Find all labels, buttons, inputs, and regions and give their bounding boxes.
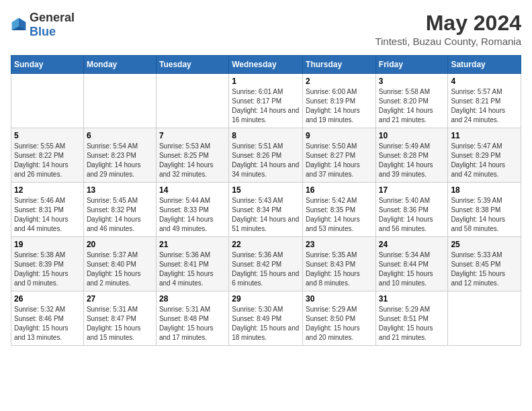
calendar-week-row: 12Sunrise: 5:46 AMSunset: 8:31 PMDayligh… xyxy=(11,183,521,237)
day-info: Sunrise: 5:38 AMSunset: 8:39 PMDaylight:… xyxy=(14,250,81,288)
day-info: Sunrise: 5:40 AMSunset: 8:36 PMDaylight:… xyxy=(379,196,445,234)
calendar-cell: 3Sunrise: 5:58 AMSunset: 8:20 PMDaylight… xyxy=(375,74,448,128)
day-info: Sunrise: 5:29 AMSunset: 8:50 PMDaylight:… xyxy=(306,305,373,342)
calendar-week-row: 19Sunrise: 5:38 AMSunset: 8:39 PMDayligh… xyxy=(11,237,521,291)
day-info: Sunrise: 5:49 AMSunset: 8:28 PMDaylight:… xyxy=(379,142,445,179)
day-number: 23 xyxy=(306,240,373,249)
day-number: 13 xyxy=(87,185,153,195)
calendar-cell xyxy=(83,74,156,128)
page-header: General Blue May 2024 Tintesti, Buzau Co… xyxy=(11,11,521,47)
calendar-cell: 27Sunrise: 5:31 AMSunset: 8:47 PMDayligh… xyxy=(83,291,156,346)
calendar-cell: 6Sunrise: 5:54 AMSunset: 8:23 PMDaylight… xyxy=(83,128,156,183)
day-info: Sunrise: 6:01 AMSunset: 8:17 PMDaylight:… xyxy=(232,87,300,125)
calendar-cell: 26Sunrise: 5:32 AMSunset: 8:46 PMDayligh… xyxy=(11,291,84,346)
calendar-cell: 7Sunrise: 5:53 AMSunset: 8:25 PMDaylight… xyxy=(156,128,228,183)
day-info: Sunrise: 5:36 AMSunset: 8:42 PMDaylight:… xyxy=(232,250,300,288)
calendar-cell: 12Sunrise: 5:46 AMSunset: 8:31 PMDayligh… xyxy=(11,183,84,237)
day-info: Sunrise: 5:51 AMSunset: 8:26 PMDaylight:… xyxy=(232,142,300,179)
day-info: Sunrise: 5:31 AMSunset: 8:47 PMDaylight:… xyxy=(87,305,153,342)
day-number: 3 xyxy=(379,77,445,86)
day-number: 14 xyxy=(159,185,226,195)
weekday-header-friday: Friday xyxy=(375,56,448,74)
calendar-cell: 24Sunrise: 5:34 AMSunset: 8:44 PMDayligh… xyxy=(375,237,448,291)
day-number: 30 xyxy=(306,294,373,304)
logo-blue: Blue xyxy=(30,25,56,38)
day-number: 1 xyxy=(232,77,300,86)
day-number: 2 xyxy=(306,77,373,86)
day-number: 9 xyxy=(306,131,373,140)
weekday-header-thursday: Thursday xyxy=(303,56,376,74)
day-info: Sunrise: 5:29 AMSunset: 8:51 PMDaylight:… xyxy=(379,305,445,342)
day-info: Sunrise: 5:55 AMSunset: 8:22 PMDaylight:… xyxy=(14,142,81,179)
day-number: 26 xyxy=(14,294,81,304)
day-number: 22 xyxy=(232,240,300,249)
calendar-cell xyxy=(448,291,521,346)
day-number: 8 xyxy=(232,131,300,140)
day-info: Sunrise: 5:34 AMSunset: 8:44 PMDaylight:… xyxy=(379,250,445,288)
calendar-cell: 5Sunrise: 5:55 AMSunset: 8:22 PMDaylight… xyxy=(11,128,84,183)
logo-general: General xyxy=(30,11,75,24)
calendar-cell: 19Sunrise: 5:38 AMSunset: 8:39 PMDayligh… xyxy=(11,237,84,291)
weekday-header-tuesday: Tuesday xyxy=(156,56,228,74)
day-info: Sunrise: 5:53 AMSunset: 8:25 PMDaylight:… xyxy=(159,142,226,179)
day-info: Sunrise: 5:30 AMSunset: 8:49 PMDaylight:… xyxy=(232,305,300,342)
calendar-cell: 31Sunrise: 5:29 AMSunset: 8:51 PMDayligh… xyxy=(375,291,448,346)
main-title: May 2024 xyxy=(375,11,521,36)
calendar-cell: 11Sunrise: 5:47 AMSunset: 8:29 PMDayligh… xyxy=(448,128,521,183)
day-number: 21 xyxy=(159,240,226,249)
calendar-cell: 15Sunrise: 5:43 AMSunset: 8:34 PMDayligh… xyxy=(229,183,303,237)
day-number: 24 xyxy=(379,240,445,249)
day-number: 12 xyxy=(14,185,81,195)
day-number: 11 xyxy=(451,131,518,140)
day-number: 19 xyxy=(14,240,81,249)
title-block: May 2024 Tintesti, Buzau County, Romania xyxy=(375,11,521,47)
calendar-cell xyxy=(156,74,228,128)
day-number: 20 xyxy=(87,240,153,249)
calendar-cell: 8Sunrise: 5:51 AMSunset: 8:26 PMDaylight… xyxy=(229,128,303,183)
logo-text: General Blue xyxy=(30,11,75,39)
calendar-cell: 4Sunrise: 5:57 AMSunset: 8:21 PMDaylight… xyxy=(448,74,521,128)
calendar-cell: 20Sunrise: 5:37 AMSunset: 8:40 PMDayligh… xyxy=(83,237,156,291)
day-number: 25 xyxy=(451,240,518,249)
day-info: Sunrise: 5:39 AMSunset: 8:38 PMDaylight:… xyxy=(451,196,518,234)
calendar-cell: 1Sunrise: 6:01 AMSunset: 8:17 PMDaylight… xyxy=(229,74,303,128)
weekday-header-wednesday: Wednesday xyxy=(229,56,303,74)
calendar-cell: 23Sunrise: 5:35 AMSunset: 8:43 PMDayligh… xyxy=(303,237,376,291)
weekday-header-sunday: Sunday xyxy=(11,56,84,74)
day-number: 10 xyxy=(379,131,445,140)
day-info: Sunrise: 5:58 AMSunset: 8:20 PMDaylight:… xyxy=(379,87,445,125)
calendar-cell: 21Sunrise: 5:36 AMSunset: 8:41 PMDayligh… xyxy=(156,237,228,291)
day-number: 28 xyxy=(159,294,226,304)
day-number: 31 xyxy=(379,294,445,304)
day-number: 16 xyxy=(306,185,373,195)
day-info: Sunrise: 5:45 AMSunset: 8:32 PMDaylight:… xyxy=(87,196,153,234)
day-number: 18 xyxy=(451,185,518,195)
day-info: Sunrise: 5:43 AMSunset: 8:34 PMDaylight:… xyxy=(232,196,300,234)
logo-icon xyxy=(11,17,27,33)
day-info: Sunrise: 5:35 AMSunset: 8:43 PMDaylight:… xyxy=(306,250,373,288)
weekday-header-row: SundayMondayTuesdayWednesdayThursdayFrid… xyxy=(11,56,521,74)
weekday-header-saturday: Saturday xyxy=(448,56,521,74)
calendar-table: SundayMondayTuesdayWednesdayThursdayFrid… xyxy=(11,55,521,346)
day-number: 27 xyxy=(87,294,153,304)
calendar-cell: 28Sunrise: 5:31 AMSunset: 8:48 PMDayligh… xyxy=(156,291,228,346)
calendar-cell: 17Sunrise: 5:40 AMSunset: 8:36 PMDayligh… xyxy=(375,183,448,237)
day-info: Sunrise: 5:32 AMSunset: 8:46 PMDaylight:… xyxy=(14,305,81,342)
day-number: 29 xyxy=(232,294,300,304)
calendar-cell: 2Sunrise: 6:00 AMSunset: 8:19 PMDaylight… xyxy=(303,74,376,128)
day-info: Sunrise: 5:47 AMSunset: 8:29 PMDaylight:… xyxy=(451,142,518,179)
weekday-header-monday: Monday xyxy=(83,56,156,74)
day-info: Sunrise: 5:46 AMSunset: 8:31 PMDaylight:… xyxy=(14,196,81,234)
calendar-cell: 18Sunrise: 5:39 AMSunset: 8:38 PMDayligh… xyxy=(448,183,521,237)
day-info: Sunrise: 5:44 AMSunset: 8:33 PMDaylight:… xyxy=(159,196,226,234)
calendar-cell: 10Sunrise: 5:49 AMSunset: 8:28 PMDayligh… xyxy=(375,128,448,183)
calendar-week-row: 1Sunrise: 6:01 AMSunset: 8:17 PMDaylight… xyxy=(11,74,521,128)
calendar-cell: 25Sunrise: 5:33 AMSunset: 8:45 PMDayligh… xyxy=(448,237,521,291)
day-number: 17 xyxy=(379,185,445,195)
calendar-cell: 22Sunrise: 5:36 AMSunset: 8:42 PMDayligh… xyxy=(229,237,303,291)
calendar-cell: 29Sunrise: 5:30 AMSunset: 8:49 PMDayligh… xyxy=(229,291,303,346)
day-info: Sunrise: 5:54 AMSunset: 8:23 PMDaylight:… xyxy=(87,142,153,179)
day-number: 5 xyxy=(14,131,81,140)
calendar-week-row: 5Sunrise: 5:55 AMSunset: 8:22 PMDaylight… xyxy=(11,128,521,183)
day-info: Sunrise: 5:50 AMSunset: 8:27 PMDaylight:… xyxy=(306,142,373,179)
